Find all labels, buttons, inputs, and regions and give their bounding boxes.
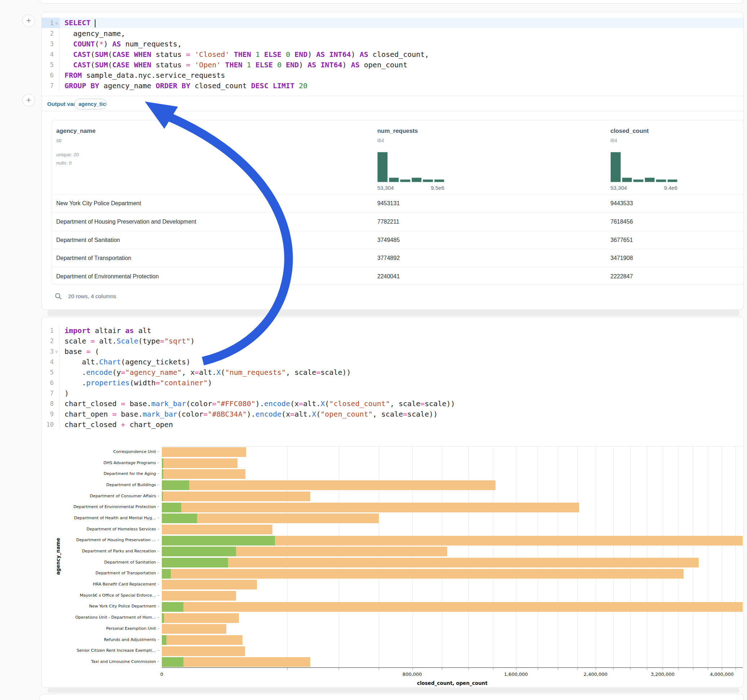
chart-bar-open[interactable] — [162, 657, 183, 667]
table-row[interactable]: Department of Environmental Protection22… — [52, 267, 743, 285]
y-axis-tick — [157, 650, 159, 651]
code-line[interactable]: 7GROUP BY agency_name ORDER BY closed_co… — [42, 80, 743, 91]
code-line[interactable]: 2 agency_name, — [42, 28, 743, 39]
chart-bar-open[interactable] — [162, 469, 163, 479]
chart-bar-open[interactable] — [162, 602, 183, 612]
chart-x-axis-title: closed_count, open_count — [162, 680, 742, 686]
code-line[interactable]: 7) — [42, 388, 743, 398]
chart-bar-closed[interactable] — [162, 580, 257, 590]
chart-bar-open[interactable] — [162, 459, 163, 468]
fold-chevron-icon[interactable]: v — [54, 21, 59, 25]
chart-bar-closed[interactable] — [162, 591, 236, 600]
results-table: agency_name str unique: 20 nulls: 0 num_… — [51, 120, 744, 285]
code-line[interactable]: 1vSELECT — [42, 18, 743, 28]
chart-bar-closed[interactable] — [162, 602, 742, 612]
axis-tick — [379, 668, 379, 670]
line-number: 2 — [42, 28, 60, 39]
y-tick-label: Department of Parks and Recreation — [82, 549, 156, 554]
cell-gap[interactable] — [48, 310, 739, 316]
add-cell-button-top[interactable]: + — [22, 14, 35, 27]
code-line[interactable]: 9chart_open = base.mark_bar(color="#8BC3… — [42, 409, 743, 419]
sql-code-editor[interactable]: 1vSELECT 2 agency_name,3 COUNT(*) AS num… — [42, 18, 743, 91]
y-tick-label: Department for the Aging — [103, 471, 156, 476]
table-row[interactable]: Department of Transportation377489234719… — [52, 249, 743, 267]
line-number: 9 — [42, 409, 60, 419]
histogram-min-label: 53,304 — [377, 185, 394, 191]
chart-bar-open[interactable] — [162, 613, 164, 623]
chart-bar-closed[interactable] — [162, 503, 579, 512]
y-axis-label-row: Senior Citizen Rent Increase Exempti… — [42, 645, 159, 656]
chart-bar-closed[interactable] — [162, 646, 245, 656]
y-axis-label-row: Department of Buildings — [42, 479, 159, 490]
x-axis-line — [162, 667, 742, 668]
chart-bar-closed[interactable] — [162, 558, 699, 567]
y-axis-tick — [157, 518, 159, 518]
chart-bar-closed[interactable] — [162, 480, 496, 490]
chart-bar-open[interactable] — [162, 558, 228, 567]
axis-tick — [412, 668, 413, 670]
histogram-bar — [377, 152, 388, 182]
code-text: .properties(width="container") — [60, 379, 212, 387]
axis-tick — [339, 668, 339, 670]
table-row[interactable]: New York City Police Department945313194… — [52, 194, 743, 213]
code-line[interactable]: 3 COUNT(*) AS num_requests, — [42, 39, 743, 49]
y-tick-label: Operations Unit - Department of Hom… — [75, 615, 156, 620]
chart-bar-closed[interactable] — [162, 492, 310, 501]
y-axis-tick — [157, 463, 159, 463]
table-cell: 3774892 — [377, 249, 400, 267]
chart-bar-closed[interactable] — [162, 469, 245, 479]
column-unique-count: unique: 20 — [56, 152, 79, 157]
chart-bar-closed[interactable] — [162, 613, 239, 623]
add-cell-button-output[interactable]: + — [22, 94, 35, 107]
chart-bar-closed[interactable] — [162, 459, 237, 468]
line-number: 7 — [42, 388, 60, 398]
table-row[interactable]: Department of Housing Preservation and D… — [52, 213, 743, 231]
y-tick-label: Department of Buildings — [106, 483, 156, 487]
code-line[interactable]: 3vbase = ( — [42, 346, 743, 356]
chart-bar-closed[interactable] — [162, 624, 226, 634]
code-line[interactable]: 5 CAST(SUM(CASE WHEN status = 'Open' THE… — [42, 59, 743, 70]
table-cell: 3749485 — [377, 231, 400, 249]
code-line[interactable]: 4 alt.Chart(agency_tickets) — [42, 356, 743, 367]
histogram-bar — [622, 178, 632, 182]
chart-bar-open[interactable] — [162, 492, 163, 501]
code-line[interactable]: 4 CAST(SUM(CASE WHEN status = 'Closed' T… — [42, 49, 743, 59]
chart-bar-closed[interactable] — [162, 569, 683, 579]
text-cursor — [95, 20, 95, 27]
axis-tick — [442, 668, 442, 670]
column-histogram — [611, 152, 677, 182]
chart-bar-open[interactable] — [162, 503, 181, 512]
chart-bar-open[interactable] — [162, 480, 189, 490]
code-line[interactable]: 6FROM sample_data.nyc.service_requests — [42, 70, 743, 80]
code-line[interactable]: 6 .properties(width="container") — [42, 377, 743, 388]
search-icon[interactable] — [54, 293, 62, 300]
chart-bar-closed[interactable] — [162, 525, 272, 534]
chart-bar-closed[interactable] — [162, 447, 246, 457]
chart-bar-open[interactable] — [162, 536, 275, 546]
cell-gap[interactable] — [48, 688, 739, 693]
code-line[interactable]: 5 .encode(y="agency_name", x=alt.X("num_… — [42, 367, 743, 377]
fold-chevron-icon[interactable]: v — [54, 349, 59, 354]
table-cell: 7618456 — [611, 213, 633, 231]
code-text: chart_closed + chart_open — [60, 420, 173, 429]
histogram-bar — [645, 178, 655, 182]
chart-bar-open[interactable] — [162, 513, 197, 523]
column-header[interactable]: num_requests — [377, 127, 418, 134]
code-line[interactable]: 1import altair as alt — [42, 325, 743, 336]
chart-bar-open[interactable] — [162, 547, 236, 556]
code-line[interactable]: 8chart_closed = base.mark_bar(color="#FF… — [42, 398, 743, 409]
column-header[interactable]: closed_count — [611, 127, 649, 134]
column-header[interactable]: agency_name — [56, 127, 95, 134]
code-text: chart_closed = base.mark_bar(color="#FFC… — [60, 399, 455, 408]
code-line[interactable]: 10chart_closed + chart_open — [42, 419, 743, 430]
code-line[interactable]: 2scale = alt.Scale(type="sqrt") — [42, 336, 743, 346]
output-variable-pill[interactable]: agency_tickets — [74, 99, 107, 109]
chart-bar-closed[interactable] — [162, 635, 242, 645]
chart-bar-closed[interactable] — [162, 657, 310, 667]
table-row[interactable]: Department of Sanitation37494853677651 — [52, 231, 743, 249]
y-tick-label: New York City Police Department — [89, 604, 156, 608]
chart-bar-open[interactable] — [162, 635, 166, 645]
python-code-editor[interactable]: 1import altair as alt2scale = alt.Scale(… — [42, 325, 743, 430]
axis-tick — [663, 668, 663, 670]
chart-bar-open[interactable] — [162, 569, 171, 579]
